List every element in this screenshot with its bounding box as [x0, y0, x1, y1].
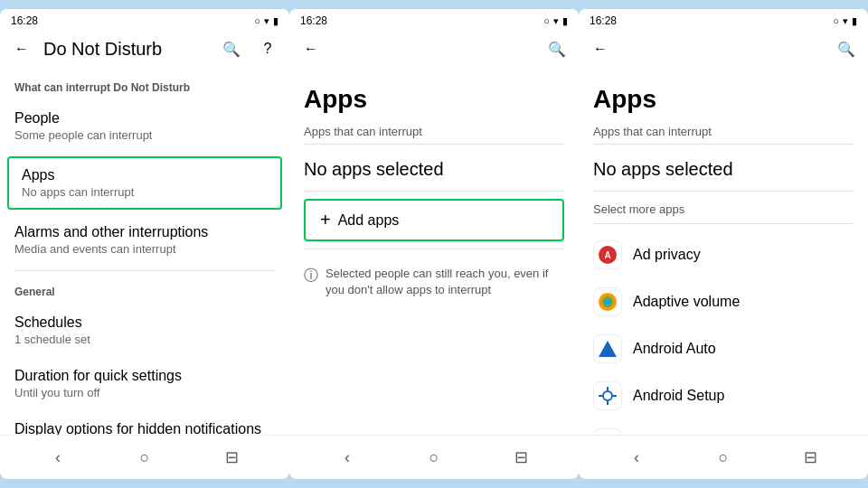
- apps-title-2: Apps: [289, 70, 579, 121]
- app-name-android-auto: Android Auto: [633, 341, 716, 357]
- top-bar-2: ← 🔍: [289, 31, 579, 70]
- list-item-apps[interactable]: Apps No apps can interrupt: [7, 156, 282, 210]
- add-apps-label: Add apps: [338, 212, 400, 229]
- app-icon-android-auto: [593, 334, 622, 363]
- no-apps-text-3: No apps selected: [579, 152, 868, 191]
- divider-1: [14, 270, 275, 271]
- divider-2a: [304, 144, 564, 145]
- add-apps-button[interactable]: + Add apps: [304, 199, 564, 241]
- status-bar-1: 16:28 ○ ▾ ▮: [0, 9, 289, 31]
- app-item-ad-privacy[interactable]: A Ad privacy: [579, 231, 868, 278]
- divider-3a: [593, 144, 854, 145]
- app-item-android-auto[interactable]: Android Auto: [579, 325, 868, 372]
- back-button-1[interactable]: ←: [7, 34, 36, 63]
- status-bar-2: 16:28 ○ ▾ ▮: [289, 9, 579, 31]
- back-button-3[interactable]: ←: [586, 34, 615, 63]
- time-2: 16:28: [300, 14, 327, 27]
- apps-title-3: Apps: [579, 70, 868, 121]
- status-icons-2: ○ ▾ ▮: [543, 15, 568, 27]
- status-bar-3: 16:28 ○ ▾ ▮: [579, 9, 868, 31]
- svg-text:A: A: [604, 250, 610, 260]
- app-item-adaptive-volume[interactable]: Adaptive volume: [579, 278, 868, 325]
- content-2: Apps Apps that can interrupt No apps sel…: [289, 70, 579, 435]
- section-header-interrupt: What can interrupt Do Not Disturb: [0, 70, 289, 99]
- search-button-2[interactable]: 🔍: [542, 34, 571, 63]
- section-header-general: General: [0, 275, 289, 304]
- bottom-nav-2: ‹ ○ ⊟: [289, 435, 579, 479]
- info-text-2: Selected people can still reach you, eve…: [326, 266, 564, 298]
- content-1: What can interrupt Do Not Disturb People…: [0, 70, 289, 435]
- divider-2b: [304, 191, 564, 192]
- select-more-label: Select more apps: [579, 199, 868, 223]
- list-item-duration[interactable]: Duration for quick settings Until you tu…: [0, 357, 289, 410]
- content-3: Apps Apps that can interrupt No apps sel…: [579, 70, 868, 435]
- list-item-alarms[interactable]: Alarms and other interruptions Media and…: [0, 213, 289, 267]
- search-icon-1: 🔍: [222, 41, 241, 58]
- back-nav-3[interactable]: ‹: [618, 443, 655, 472]
- search-button-1[interactable]: 🔍: [217, 34, 246, 63]
- app-icon-ad-privacy: A: [593, 240, 622, 269]
- list-item-display-options[interactable]: Display options for hidden notifications…: [0, 410, 289, 435]
- help-button-1[interactable]: ?: [253, 34, 282, 63]
- panel-do-not-disturb: 16:28 ○ ▾ ▮ ← Do Not Disturb 🔍 ? What ca…: [0, 9, 289, 479]
- apps-can-interrupt-label-2: Apps that can interrupt: [289, 121, 579, 144]
- panel-apps-select: 16:28 ○ ▾ ▮ ← 🔍 Apps Apps that can inter…: [579, 9, 868, 479]
- list-item-people[interactable]: People Some people can interrupt: [0, 99, 289, 153]
- svg-marker-5: [599, 341, 617, 357]
- back-nav-2[interactable]: ‹: [329, 443, 365, 472]
- divider-2c: [304, 249, 564, 249]
- plus-icon: +: [320, 210, 331, 230]
- no-apps-text-2: No apps selected: [289, 152, 579, 191]
- divider-3c: [593, 223, 854, 224]
- svg-point-4: [605, 299, 610, 305]
- app-name-android-setup: Android Setup: [633, 388, 724, 404]
- help-icon-1: ?: [264, 41, 272, 57]
- recents-nav-2[interactable]: ⊟: [503, 443, 539, 472]
- recents-nav-3[interactable]: ⊟: [792, 443, 828, 472]
- page-title-dnd: Do Not Disturb: [43, 39, 210, 60]
- status-icons-1: ○ ▾ ▮: [254, 15, 278, 27]
- bottom-nav-3: ‹ ○ ⊟: [579, 435, 868, 479]
- app-item-android-setup[interactable]: Android Setup: [579, 372, 868, 419]
- top-bar-1: ← Do Not Disturb 🔍 ?: [0, 31, 289, 70]
- back-button-2[interactable]: ←: [297, 34, 326, 63]
- divider-3b: [593, 191, 854, 192]
- time-1: 16:28: [11, 14, 38, 27]
- app-name-ad-privacy: Ad privacy: [633, 247, 701, 263]
- app-name-adaptive-volume: Adaptive volume: [633, 294, 740, 310]
- apps-can-interrupt-label-3: Apps that can interrupt: [579, 121, 868, 144]
- svg-point-6: [603, 391, 612, 400]
- app-icon-adaptive-volume: [593, 287, 622, 316]
- search-icon-2: 🔍: [548, 41, 566, 58]
- search-button-3[interactable]: 🔍: [832, 34, 861, 63]
- home-nav-3[interactable]: ○: [705, 443, 741, 472]
- list-item-schedules[interactable]: Schedules 1 schedule set: [0, 304, 289, 357]
- panel-apps: 16:28 ○ ▾ ▮ ← 🔍 Apps Apps that can inter…: [289, 9, 579, 479]
- info-icon-2: ⓘ: [304, 267, 318, 286]
- app-icon-android-setup: [593, 381, 622, 410]
- recents-nav-1[interactable]: ⊟: [213, 443, 250, 472]
- app-item-android-system[interactable]: Android system: [579, 419, 868, 435]
- home-nav-2[interactable]: ○: [416, 443, 452, 472]
- home-nav-1[interactable]: ○: [127, 443, 163, 472]
- top-bar-3: ← 🔍: [579, 31, 868, 70]
- search-icon-3: 🔍: [837, 41, 855, 58]
- app-icon-android-system: [593, 428, 622, 435]
- status-icons-3: ○ ▾ ▮: [833, 15, 857, 27]
- bottom-nav-1: ‹ ○ ⊟: [0, 435, 289, 479]
- back-nav-1[interactable]: ‹: [40, 443, 76, 472]
- info-row-2: ⓘ Selected people can still reach you, e…: [289, 257, 579, 307]
- time-3: 16:28: [590, 14, 617, 27]
